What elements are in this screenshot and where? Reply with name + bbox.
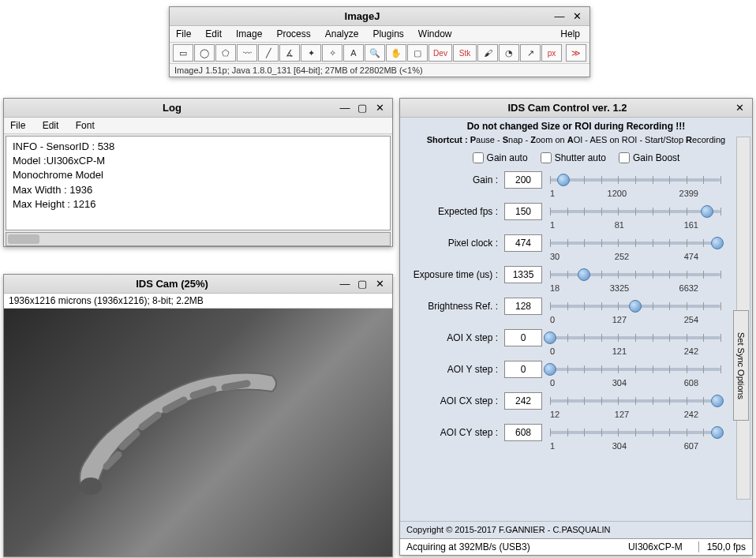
slider-input[interactable]: [504, 329, 542, 346]
slider-input[interactable]: [504, 171, 542, 189]
menu-window[interactable]: Window: [418, 28, 452, 39]
log-line: Max Height : 1216: [13, 197, 384, 212]
close-icon[interactable]: ✕: [372, 277, 387, 291]
slider-input[interactable]: [504, 424, 542, 441]
slider-track[interactable]: [550, 329, 720, 346]
log-line: Model :UI306xCP-M: [13, 154, 384, 168]
imagej-status: ImageJ 1.51p; Java 1.8.0_131 [64-bit]; 2…: [170, 64, 589, 77]
menu-font[interactable]: Font: [76, 120, 95, 131]
imagej-menubar: File Edit Image Process Analyze Plugins …: [170, 26, 589, 43]
slider-input[interactable]: [504, 266, 542, 283]
tool-arrow[interactable]: ↗: [520, 44, 541, 62]
log-title: Log: [9, 102, 335, 114]
cam-image: [4, 309, 392, 556]
gain-auto-check[interactable]: Gain auto: [473, 152, 528, 163]
slider-label: Gain :: [410, 174, 504, 185]
slider-label: AOI CY step :: [410, 427, 504, 438]
tool-lut[interactable]: ◔: [499, 44, 519, 62]
tool-stk[interactable]: Stk: [453, 44, 477, 62]
log-line: INFO - SensorID : 538: [13, 140, 384, 154]
slider-row: Brightness Ref. :0127254: [400, 296, 730, 328]
slider-track[interactable]: [550, 298, 720, 315]
close-icon[interactable]: ✕: [372, 101, 387, 115]
slider-input[interactable]: [504, 234, 542, 252]
menu-process[interactable]: Process: [276, 28, 310, 39]
tool-more[interactable]: ≫: [566, 44, 586, 62]
tool-zoom[interactable]: 🔍: [365, 44, 385, 62]
menu-edit[interactable]: Edit: [43, 120, 59, 131]
slider-knob[interactable]: [557, 174, 570, 186]
log-scrollbar[interactable]: [6, 232, 391, 246]
slider-track[interactable]: [550, 234, 720, 252]
log-line: Monochrome Model: [13, 168, 384, 182]
tool-rect[interactable]: ▭: [173, 44, 193, 62]
slider-knob[interactable]: [544, 363, 556, 376]
slider-row: Pixel clock :30252474: [400, 233, 730, 264]
slider-track[interactable]: [550, 266, 720, 283]
minimize-icon[interactable]: —: [337, 101, 353, 115]
slider-track[interactable]: [550, 361, 720, 378]
minimize-icon[interactable]: —: [337, 277, 353, 291]
minimize-icon[interactable]: —: [552, 9, 567, 24]
slider-knob[interactable]: [711, 426, 724, 439]
gain-boost-check[interactable]: Gain Boost: [619, 152, 679, 163]
slider-knob[interactable]: [629, 300, 642, 313]
slider-knob[interactable]: [711, 237, 724, 249]
tool-oval[interactable]: ◯: [194, 44, 215, 62]
tool-dev[interactable]: Dev: [429, 44, 452, 62]
maximize-icon[interactable]: ▢: [354, 101, 370, 115]
shortcut-prefix: Shortcut :: [427, 135, 470, 144]
menu-plugins[interactable]: Plugins: [372, 28, 403, 39]
cam-window: IDS Cam (25%) — ▢ ✕ 1936x1216 microns (1…: [3, 274, 393, 557]
footer-model: UI306xCP-M: [628, 541, 683, 552]
slider-track[interactable]: [550, 171, 720, 189]
slider-ranges: 1304607: [550, 441, 698, 451]
slider-track[interactable]: [550, 424, 720, 441]
slider-label: Pixel clock :: [410, 238, 504, 249]
slider-knob[interactable]: [544, 331, 556, 344]
slider-input[interactable]: [504, 361, 542, 378]
slider-track[interactable]: [550, 203, 720, 220]
slider-row: AOI CX step :12127242: [400, 391, 730, 422]
maximize-icon[interactable]: ▢: [354, 277, 370, 291]
ctrl-copyright: Copyright © 2015-2017 F.GANNIER - C.PASQ…: [400, 521, 752, 537]
slider-ranges: 0127254: [550, 315, 698, 324]
tool-wand[interactable]: ✧: [322, 44, 342, 62]
tool-brush[interactable]: 🖌: [477, 44, 498, 62]
slider-input[interactable]: [504, 203, 542, 220]
tool-line[interactable]: ╱: [258, 44, 279, 62]
log-titlebar: Log — ▢ ✕: [4, 99, 392, 118]
slider-input[interactable]: [504, 298, 542, 315]
tool-free[interactable]: 〰: [237, 44, 257, 62]
tool-text[interactable]: A: [343, 44, 364, 62]
slider-label: AOI X step :: [410, 332, 504, 343]
menu-help[interactable]: Help: [560, 28, 580, 39]
tool-px[interactable]: px: [541, 44, 562, 62]
tool-point[interactable]: ✦: [301, 44, 321, 62]
slider-track[interactable]: [550, 392, 720, 410]
slider-ranges: 181161: [550, 220, 698, 230]
tool-hand[interactable]: ✋: [386, 44, 406, 62]
log-line: Max Width : 1936: [13, 183, 384, 197]
menu-edit[interactable]: Edit: [205, 28, 222, 39]
slider-knob[interactable]: [711, 395, 724, 407]
menu-analyze[interactable]: Analyze: [325, 28, 359, 39]
slider-knob[interactable]: [578, 268, 590, 281]
footer-fps: 150,0 fps: [698, 541, 746, 552]
tool-poly[interactable]: ⬠: [215, 44, 236, 62]
set-sync-options-button[interactable]: Set Sync Options: [733, 310, 749, 421]
menu-image[interactable]: Image: [236, 28, 262, 39]
slider-input[interactable]: [504, 392, 542, 410]
menu-file[interactable]: File: [10, 120, 25, 131]
log-body[interactable]: INFO - SensorID : 538 Model :UI306xCP-M …: [6, 136, 391, 230]
ctrl-checks: Gain auto Shutter auto Gain Boost: [400, 149, 752, 170]
tool-segline[interactable]: ∡: [279, 44, 300, 62]
slider-label: Brightness Ref. :: [410, 301, 504, 312]
shutter-auto-check[interactable]: Shutter auto: [541, 152, 606, 163]
tool-color[interactable]: ▢: [407, 44, 428, 62]
close-icon[interactable]: ✕: [569, 9, 585, 24]
slider-knob[interactable]: [701, 205, 713, 218]
cam-title: IDS Cam (25%): [9, 278, 335, 290]
menu-file[interactable]: File: [176, 28, 191, 39]
close-icon[interactable]: ✕: [732, 101, 747, 115]
